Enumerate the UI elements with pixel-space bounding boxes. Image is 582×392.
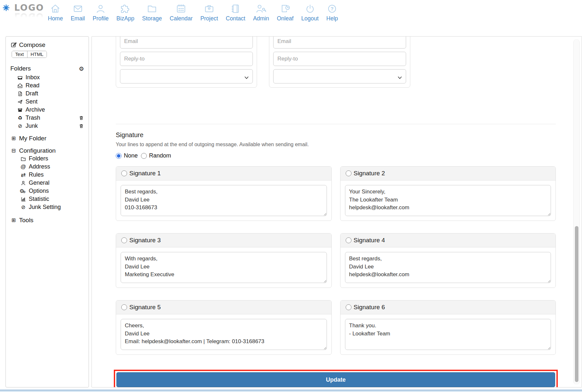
signature-radio[interactable] [121,304,127,310]
sidebar-item-label: Address [29,163,50,171]
signature-textarea[interactable]: Your Sincerely, The Lookafter Team helpd… [345,185,551,216]
calendar-icon [176,3,187,14]
signature-panel-body: Cheers, David Lee Email: helpdesk@lookaf… [116,314,331,354]
nav-item-help[interactable]: ? Help [326,3,338,22]
signature-panel-body: With regards, David Lee Marketing Execut… [116,247,331,288]
sidebar-item-draft[interactable]: Draft [17,90,84,98]
signature-panel-header: Signature 3 [116,234,331,247]
tree-item-label: Configuration [19,147,56,155]
gears-icon: ⚙⚙ [20,189,27,194]
sidebar-item-inbox[interactable]: Inbox [17,73,84,82]
sidebar-item-options[interactable]: ⚙⚙ Options [20,187,84,195]
signature-panel-body: Best regards, David Lee helpdesk@lookaft… [340,247,556,288]
sidebar-item-general[interactable]: General [20,179,84,187]
recycle-icon: ♻ [17,115,23,121]
sidebar-item-rules[interactable]: ⇄ Rules [20,171,84,179]
nav-item-admin[interactable]: Admin [253,3,269,22]
sidebar-item-read[interactable]: Read [17,82,84,90]
signature-textarea[interactable]: Best regards, David Lee 010-3168673 [121,185,327,216]
signature-panel-2: Signature 2 Your Sincerely, The Lookafte… [340,166,556,221]
signature-panel-6: Signature 6 Thank you. - Lookafter Team [340,300,556,355]
signature-textarea[interactable]: Cheers, David Lee Email: helpdesk@lookaf… [121,319,327,350]
sidebar-item-junk-setting[interactable]: ⊘ Junk Setting [20,203,84,211]
sidebar-item-label: Options [29,187,49,195]
radio-none-input[interactable] [116,153,122,159]
tree-toggle-configuration[interactable]: ⊟ Configuration [10,147,84,155]
nav-item-label: BizApp [116,15,134,22]
signature-radio[interactable] [346,170,351,176]
signature-panel-title: Signature 1 [129,170,161,177]
sidebar-item-label: Junk Setting [29,203,61,211]
signature-radio[interactable] [121,170,127,176]
update-button[interactable]: Update [116,372,555,387]
block-icon: ⊘ [17,124,23,129]
radio-none[interactable]: None [116,152,138,159]
nav-item-label: Logout [301,15,319,22]
nav-item-project[interactable]: Project [200,3,218,22]
email-input[interactable] [120,36,253,49]
signature-textarea[interactable]: With regards, David Lee Marketing Execut… [121,252,327,283]
nav-item-calendar[interactable]: Calendar [170,3,193,22]
trash-bin-icon[interactable] [79,123,84,129]
replyto-input[interactable] [120,52,253,66]
nav-item-label: Profile [92,15,109,22]
compose-button[interactable]: Compose [10,41,84,49]
nav-item-email[interactable]: Email [71,3,85,22]
identity-select[interactable] [273,69,406,83]
email-input[interactable] [273,36,406,49]
nav-item-home[interactable]: Home [48,3,63,22]
nav-item-profile[interactable]: Profile [92,3,109,22]
signature-radio[interactable] [346,237,351,243]
nav-item-contact[interactable]: Contact [226,3,245,22]
folders-header-label: Folders [10,65,31,72]
signature-panel-header: Signature 5 [116,300,331,314]
sidebar-item-junk[interactable]: ⊘ Junk [17,122,84,130]
signature-panel-body: Thank you. - Lookafter Team [340,314,556,354]
signature-panel-title: Signature 6 [354,304,385,311]
replyto-input[interactable] [273,52,406,66]
gear-icon[interactable]: ⚙ [79,65,84,72]
signature-panel-header: Signature 1 [116,167,331,180]
nav-item-label: Help [326,15,338,22]
sidebar-item-folders[interactable]: Folders [20,155,84,163]
sidebar-item-archive[interactable]: Archive [17,106,84,114]
text-mode-button[interactable]: Text [12,51,27,58]
nav-item-label: Onleaf [277,15,294,22]
nav-item-storage[interactable]: Storage [142,3,162,22]
top-nav: LOGO LOGO Home Email Profile BizApp Stor… [0,0,582,31]
scrollbar-thumb[interactable] [575,226,578,382]
trash-bin-icon[interactable] [79,115,84,121]
nav-item-label: Admin [253,15,269,22]
section-divider [116,124,556,124]
nav-item-logout[interactable]: Logout [301,3,319,22]
nav-item-onleaf[interactable]: Onleaf [277,3,294,22]
compose-label: Compose [19,41,45,49]
sidebar-item-sent[interactable]: Sent [17,98,84,106]
sidebar-item-address[interactable]: @ Address [20,163,84,171]
tree-toggle-my-folder[interactable]: ⊞ My Folder [10,134,84,142]
html-mode-button[interactable]: HTML [27,51,47,58]
signature-radio[interactable] [346,304,351,310]
logo-block[interactable]: LOGO LOGO [14,3,44,21]
sidebar-item-trash[interactable]: ♻ Trash [17,114,84,122]
signature-textarea[interactable]: Thank you. - Lookafter Team [345,319,551,350]
nav-item-bizapp[interactable]: BizApp [116,3,134,22]
identity-select[interactable] [120,69,253,83]
signature-panel-4: Signature 4 Best regards, David Lee help… [340,233,556,288]
sidebar-item-statistic[interactable]: Statistic [20,195,84,203]
tree-toggle-tools[interactable]: ⊞ Tools [10,216,84,224]
signature-panel-header: Signature 2 [340,167,556,180]
compose-icon [10,42,17,48]
scrollbar[interactable] [573,39,580,385]
signature-radio[interactable] [121,237,127,243]
signature-panel-3: Signature 3 With regards, David Lee Mark… [116,233,332,288]
sidebar-item-label: Statistic [29,195,49,203]
radio-random-input[interactable] [141,153,147,159]
compose-mode-group: Text HTML [12,51,47,58]
profile-icon [95,3,106,14]
tree-item-label: My Folder [19,134,46,142]
sidebar-item-label: Trash [26,114,40,122]
signature-mode-radios: None Random [116,152,556,159]
radio-random[interactable]: Random [141,152,171,159]
signature-textarea[interactable]: Best regards, David Lee helpdesk@lookaft… [345,252,551,283]
